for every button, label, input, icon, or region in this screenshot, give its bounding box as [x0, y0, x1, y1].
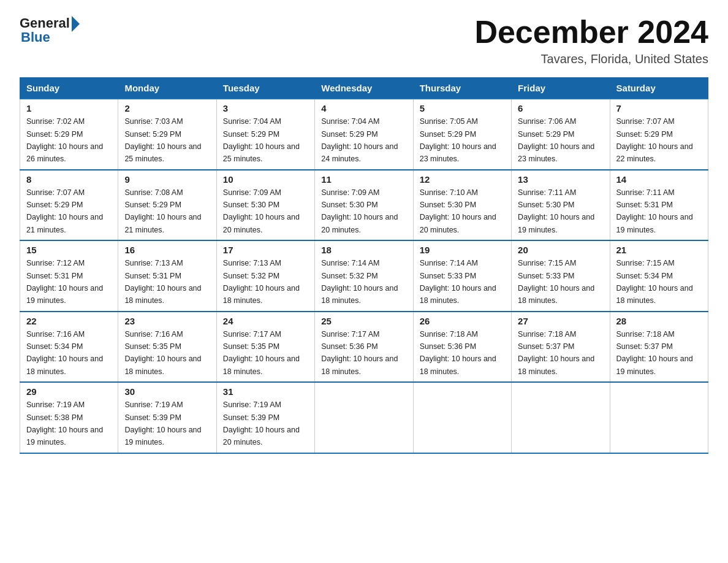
calendar-cell: 18 Sunrise: 7:14 AMSunset: 5:32 PMDaylig… — [315, 240, 413, 312]
day-info: Sunrise: 7:06 AMSunset: 5:29 PMDaylight:… — [518, 117, 594, 163]
day-number: 28 — [616, 316, 702, 326]
day-info: Sunrise: 7:08 AMSunset: 5:29 PMDaylight:… — [124, 188, 201, 234]
day-info: Sunrise: 7:11 AMSunset: 5:30 PMDaylight:… — [518, 188, 594, 234]
day-info: Sunrise: 7:17 AMSunset: 5:36 PMDaylight:… — [321, 330, 398, 376]
day-header-monday: Monday — [118, 78, 216, 99]
calendar-cell: 21 Sunrise: 7:15 AMSunset: 5:34 PMDaylig… — [610, 240, 708, 312]
day-info: Sunrise: 7:16 AMSunset: 5:34 PMDaylight:… — [26, 330, 103, 376]
day-number: 21 — [616, 245, 702, 255]
day-info: Sunrise: 7:18 AMSunset: 5:37 PMDaylight:… — [518, 330, 594, 376]
title-section: December 2024 Tavares, Florida, United S… — [474, 15, 708, 66]
calendar-cell: 10 Sunrise: 7:09 AMSunset: 5:30 PMDaylig… — [216, 170, 314, 241]
calendar-cell: 25 Sunrise: 7:17 AMSunset: 5:36 PMDaylig… — [315, 312, 413, 383]
calendar-week-row: 29 Sunrise: 7:19 AMSunset: 5:38 PMDaylig… — [20, 382, 708, 453]
calendar-week-row: 8 Sunrise: 7:07 AMSunset: 5:29 PMDayligh… — [20, 170, 708, 241]
calendar-cell: 6 Sunrise: 7:06 AMSunset: 5:29 PMDayligh… — [512, 99, 610, 170]
day-number: 1 — [26, 103, 112, 113]
logo-blue-text: Blue — [21, 29, 50, 45]
day-header-friday: Friday — [512, 78, 610, 99]
day-info: Sunrise: 7:15 AMSunset: 5:34 PMDaylight:… — [616, 259, 693, 305]
day-number: 16 — [124, 245, 210, 255]
calendar-cell: 20 Sunrise: 7:15 AMSunset: 5:33 PMDaylig… — [512, 240, 610, 312]
logo-arrow-icon — [72, 16, 80, 32]
calendar-cell: 1 Sunrise: 7:02 AMSunset: 5:29 PMDayligh… — [20, 99, 118, 170]
calendar-cell: 22 Sunrise: 7:16 AMSunset: 5:34 PMDaylig… — [20, 312, 118, 383]
calendar-table: SundayMondayTuesdayWednesdayThursdayFrid… — [20, 77, 708, 454]
calendar-cell: 14 Sunrise: 7:11 AMSunset: 5:31 PMDaylig… — [610, 170, 708, 241]
day-number: 29 — [26, 386, 112, 397]
day-number: 14 — [616, 174, 702, 185]
calendar-cell: 23 Sunrise: 7:16 AMSunset: 5:35 PMDaylig… — [118, 312, 216, 383]
calendar-cell: 27 Sunrise: 7:18 AMSunset: 5:37 PMDaylig… — [512, 312, 610, 383]
day-info: Sunrise: 7:19 AMSunset: 5:38 PMDaylight:… — [26, 400, 103, 446]
calendar-cell: 8 Sunrise: 7:07 AMSunset: 5:29 PMDayligh… — [20, 170, 118, 241]
calendar-cell — [610, 382, 708, 453]
day-info: Sunrise: 7:04 AMSunset: 5:29 PMDaylight:… — [321, 117, 398, 163]
calendar-cell: 17 Sunrise: 7:13 AMSunset: 5:32 PMDaylig… — [216, 240, 314, 312]
day-number: 12 — [420, 174, 505, 185]
day-info: Sunrise: 7:16 AMSunset: 5:35 PMDaylight:… — [124, 330, 201, 376]
day-info: Sunrise: 7:18 AMSunset: 5:36 PMDaylight:… — [420, 330, 496, 376]
day-number: 30 — [124, 386, 210, 397]
day-info: Sunrise: 7:18 AMSunset: 5:37 PMDaylight:… — [616, 330, 693, 376]
calendar-cell: 30 Sunrise: 7:19 AMSunset: 5:39 PMDaylig… — [118, 382, 216, 453]
calendar-cell: 24 Sunrise: 7:17 AMSunset: 5:35 PMDaylig… — [216, 312, 314, 383]
day-number: 25 — [321, 316, 406, 326]
day-info: Sunrise: 7:02 AMSunset: 5:29 PMDaylight:… — [26, 117, 103, 163]
day-info: Sunrise: 7:13 AMSunset: 5:31 PMDaylight:… — [124, 259, 201, 305]
calendar-cell: 12 Sunrise: 7:10 AMSunset: 5:30 PMDaylig… — [413, 170, 511, 241]
day-number: 24 — [223, 316, 308, 326]
day-number: 10 — [223, 174, 308, 185]
day-header-sunday: Sunday — [20, 78, 118, 99]
calendar-cell: 9 Sunrise: 7:08 AMSunset: 5:29 PMDayligh… — [118, 170, 216, 241]
calendar-cell: 5 Sunrise: 7:05 AMSunset: 5:29 PMDayligh… — [413, 99, 511, 170]
logo: General Blue — [20, 15, 80, 45]
calendar-cell — [512, 382, 610, 453]
day-number: 8 — [26, 174, 112, 185]
month-title: December 2024 — [474, 15, 708, 50]
day-number: 23 — [124, 316, 210, 326]
day-number: 4 — [321, 103, 406, 113]
day-info: Sunrise: 7:13 AMSunset: 5:32 PMDaylight:… — [223, 259, 300, 305]
calendar-week-row: 15 Sunrise: 7:12 AMSunset: 5:31 PMDaylig… — [20, 240, 708, 312]
day-number: 5 — [420, 103, 505, 113]
calendar-cell: 13 Sunrise: 7:11 AMSunset: 5:30 PMDaylig… — [512, 170, 610, 241]
calendar-cell — [413, 382, 511, 453]
calendar-cell: 31 Sunrise: 7:19 AMSunset: 5:39 PMDaylig… — [216, 382, 314, 453]
day-number: 26 — [420, 316, 505, 326]
day-header-thursday: Thursday — [413, 78, 511, 99]
calendar-cell: 15 Sunrise: 7:12 AMSunset: 5:31 PMDaylig… — [20, 240, 118, 312]
day-number: 2 — [124, 103, 210, 113]
day-info: Sunrise: 7:04 AMSunset: 5:29 PMDaylight:… — [223, 117, 300, 163]
day-info: Sunrise: 7:19 AMSunset: 5:39 PMDaylight:… — [223, 400, 300, 446]
day-info: Sunrise: 7:19 AMSunset: 5:39 PMDaylight:… — [124, 400, 201, 446]
calendar-cell: 26 Sunrise: 7:18 AMSunset: 5:36 PMDaylig… — [413, 312, 511, 383]
page-header: General Blue December 2024 Tavares, Flor… — [20, 15, 708, 66]
calendar-cell: 29 Sunrise: 7:19 AMSunset: 5:38 PMDaylig… — [20, 382, 118, 453]
day-info: Sunrise: 7:14 AMSunset: 5:32 PMDaylight:… — [321, 259, 398, 305]
day-header-tuesday: Tuesday — [216, 78, 314, 99]
calendar-cell: 16 Sunrise: 7:13 AMSunset: 5:31 PMDaylig… — [118, 240, 216, 312]
day-info: Sunrise: 7:07 AMSunset: 5:29 PMDaylight:… — [26, 188, 103, 234]
day-number: 9 — [124, 174, 210, 185]
day-info: Sunrise: 7:05 AMSunset: 5:29 PMDaylight:… — [420, 117, 496, 163]
day-number: 18 — [321, 245, 406, 255]
day-info: Sunrise: 7:09 AMSunset: 5:30 PMDaylight:… — [321, 188, 398, 234]
day-info: Sunrise: 7:10 AMSunset: 5:30 PMDaylight:… — [420, 188, 496, 234]
day-info: Sunrise: 7:17 AMSunset: 5:35 PMDaylight:… — [223, 330, 300, 376]
calendar-cell: 19 Sunrise: 7:14 AMSunset: 5:33 PMDaylig… — [413, 240, 511, 312]
day-header-saturday: Saturday — [610, 78, 708, 99]
calendar-cell: 28 Sunrise: 7:18 AMSunset: 5:37 PMDaylig… — [610, 312, 708, 383]
day-number: 3 — [223, 103, 308, 113]
calendar-cell: 4 Sunrise: 7:04 AMSunset: 5:29 PMDayligh… — [315, 99, 413, 170]
day-info: Sunrise: 7:15 AMSunset: 5:33 PMDaylight:… — [518, 259, 594, 305]
location-label: Tavares, Florida, United States — [474, 52, 708, 66]
day-info: Sunrise: 7:14 AMSunset: 5:33 PMDaylight:… — [420, 259, 496, 305]
day-info: Sunrise: 7:07 AMSunset: 5:29 PMDaylight:… — [616, 117, 693, 163]
day-number: 20 — [518, 245, 603, 255]
calendar-week-row: 1 Sunrise: 7:02 AMSunset: 5:29 PMDayligh… — [20, 99, 708, 170]
day-info: Sunrise: 7:03 AMSunset: 5:29 PMDaylight:… — [124, 117, 201, 163]
day-number: 15 — [26, 245, 112, 255]
day-info: Sunrise: 7:09 AMSunset: 5:30 PMDaylight:… — [223, 188, 300, 234]
calendar-cell — [315, 382, 413, 453]
